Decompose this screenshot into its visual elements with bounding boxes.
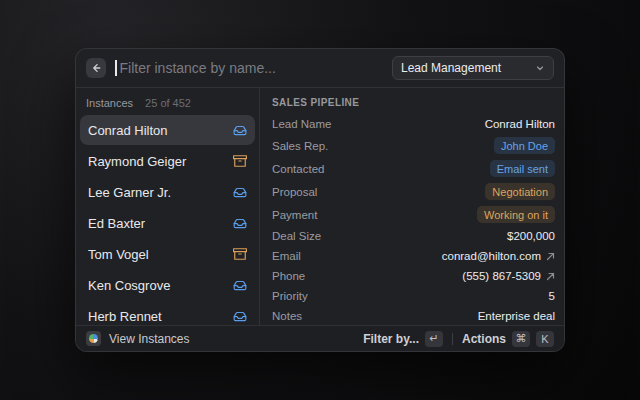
field-value: conrad@hilton.com [442,250,541,262]
detail-field: Deal Size $200,000 [272,227,555,245]
detail-field: Proposal Negotiation [272,181,555,202]
status-badge: Email sent [490,160,555,177]
chevron-down-icon [535,63,545,73]
command-palette-window: Lead Management Instances 25 of 452 Conr… [75,48,565,352]
list-item[interactable]: Tom Vogel [80,239,255,269]
actions-label[interactable]: Actions [462,332,506,346]
cmd-key-icon: ⌘ [512,331,530,347]
detail-field: Priority 5 [272,287,555,305]
field-label: Proposal [272,186,317,198]
list-item-label: Lee Garner Jr. [88,185,171,200]
section-title: SALES PIPELINE [272,97,555,108]
inbox-icon [233,216,247,230]
field-label: Email [272,250,301,262]
field-label: Notes [272,310,302,322]
field-label: Phone [272,270,305,282]
top-bar: Lead Management [76,49,564,87]
app-logo-icon [86,331,101,346]
footer-separator [452,333,453,345]
status-badge: Negotiation [485,183,555,200]
detail-field: Notes Enterprise deal [272,307,555,325]
external-link-icon [546,272,555,281]
list-item[interactable]: Ken Cosgrove [80,270,255,300]
inbox-icon [233,278,247,292]
list-item-label: Ed Baxter [88,216,145,231]
detail-field: Payment Working on it [272,204,555,225]
list-item[interactable]: Ed Baxter [80,208,255,238]
detail-pane: SALES PIPELINE Lead Name Conrad Hilton S… [260,88,564,325]
status-badge: Working on it [477,206,555,223]
instances-list-pane: Instances 25 of 452 Conrad Hilton Raymon… [76,88,260,325]
list-item[interactable]: Raymond Geiger [80,146,255,176]
status-badge: John Doe [494,137,555,154]
footer-bar: View Instances Filter by... ↵ Actions ⌘ … [76,325,564,351]
email-link[interactable]: conrad@hilton.com [442,250,555,262]
actions-keys: ⌘ K [506,331,554,347]
list-item-label: Tom Vogel [88,247,149,262]
main-area: Instances 25 of 452 Conrad Hilton Raymon… [76,88,564,325]
inbox-icon [233,123,247,137]
list-item[interactable]: Lee Garner Jr. [80,177,255,207]
text-caret [115,60,117,76]
list-count: 25 of 452 [145,97,191,109]
field-value: Enterprise deal [478,310,555,322]
k-key-icon: K [536,331,554,347]
context-dropdown[interactable]: Lead Management [392,56,554,80]
primary-action-label[interactable]: View Instances [109,332,190,346]
external-link-icon [546,252,555,261]
dropdown-value: Lead Management [401,61,501,75]
field-value: 5 [549,290,555,302]
enter-key-icon: ↵ [425,331,443,347]
detail-field: Email conrad@hilton.com [272,247,555,265]
field-value: (555) 867-5309 [462,270,541,282]
list-item-label: Herb Rennet [88,309,162,324]
back-button[interactable] [86,58,106,78]
field-value: Conrad Hilton [485,118,555,130]
inbox-icon [233,185,247,199]
list-item[interactable]: Conrad Hilton [80,115,255,145]
field-label: Payment [272,209,317,221]
filter-by-label[interactable]: Filter by... [363,332,419,346]
list-item-label: Ken Cosgrove [88,278,170,293]
inbox-icon [233,309,247,323]
field-label: Deal Size [272,230,321,242]
phone-link[interactable]: (555) 867-5309 [462,270,555,282]
back-arrow-icon [90,62,102,74]
detail-field: Sales Rep. John Doe [272,135,555,156]
archive-icon [233,247,247,261]
field-label: Priority [272,290,308,302]
detail-field: Lead Name Conrad Hilton [272,115,555,133]
search-input[interactable] [120,60,393,76]
field-label: Sales Rep. [272,140,328,152]
list-title: Instances [86,97,133,109]
list-item-label: Raymond Geiger [88,154,186,169]
field-value: $200,000 [507,230,555,242]
detail-field: Phone (555) 867-5309 [272,267,555,285]
list-header: Instances 25 of 452 [80,88,255,115]
field-label: Lead Name [272,118,331,130]
archive-icon [233,154,247,168]
list-item-label: Conrad Hilton [88,123,168,138]
field-label: Contacted [272,163,324,175]
footer-shortcuts: Filter by... ↵ Actions ⌘ K [363,331,554,347]
detail-field: Contacted Email sent [272,158,555,179]
